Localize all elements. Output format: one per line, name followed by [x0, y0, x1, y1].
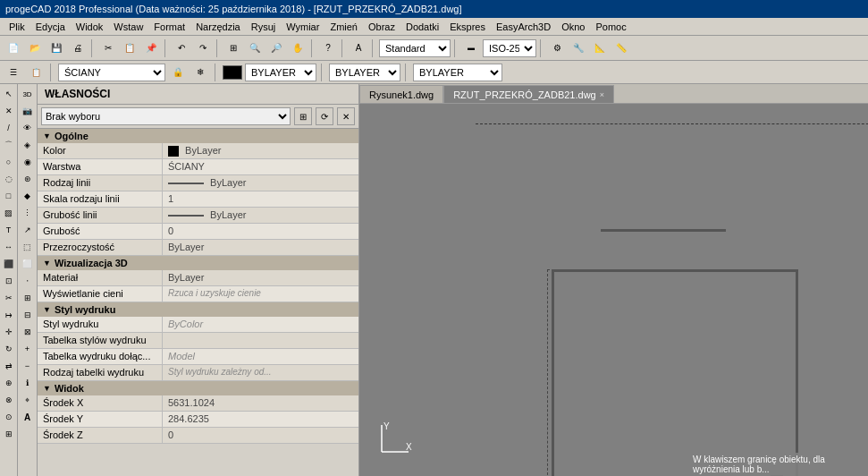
color-swatch[interactable]	[223, 65, 242, 80]
layer-state-btn[interactable]: 📋	[26, 63, 46, 82]
zoom-out-btn[interactable]: 🔎	[266, 38, 286, 58]
linetype-btn[interactable]: ▬	[461, 38, 481, 58]
new-file-btn[interactable]: 📄	[4, 38, 23, 58]
paste-btn[interactable]: 📌	[141, 38, 161, 58]
erase-btn[interactable]: ✕	[1, 103, 17, 119]
menu-widok[interactable]: Widok	[71, 20, 109, 34]
linetype-dropdown[interactable]: BYLAYER	[329, 64, 400, 81]
panel-icon-btn-3[interactable]: ✕	[337, 107, 355, 125]
fence-btn[interactable]: ⬝	[20, 273, 36, 289]
grip-btn[interactable]: ◆	[20, 188, 36, 204]
offset-btn[interactable]: ⊡	[1, 273, 17, 289]
prop-value-color[interactable]: ByLayer	[163, 143, 358, 158]
layer-freeze-btn[interactable]: ❄	[190, 63, 210, 82]
text-style-btn[interactable]: A	[349, 38, 368, 58]
prop-value-rodzaj-linii[interactable]: ByLayer	[163, 175, 358, 191]
menu-pomoc[interactable]: Pomoc	[590, 20, 631, 34]
pan-btn[interactable]: ✋	[288, 38, 308, 58]
rect-btn[interactable]: □	[1, 188, 17, 204]
cut-btn[interactable]: ✂	[98, 38, 118, 58]
undo-btn[interactable]: ↶	[172, 38, 191, 58]
redo-btn[interactable]: ↷	[193, 38, 213, 58]
menu-obraz[interactable]: Obraz	[363, 20, 400, 34]
line-btn[interactable]: /	[1, 120, 17, 136]
tab-rzut[interactable]: RZUT_PRZEKRÓ_ZADB21.dwg ×	[443, 85, 614, 103]
open-file-btn[interactable]: 📂	[25, 38, 45, 58]
sub-btn[interactable]: −	[20, 358, 36, 374]
extend-btn[interactable]: ↦	[1, 307, 17, 323]
hatch-btn[interactable]: ▨	[1, 205, 17, 221]
color-dropdown[interactable]: BYLAYER	[245, 64, 316, 81]
view-btn[interactable]: 👁	[20, 120, 36, 136]
misc-btn3[interactable]: 📐	[590, 38, 610, 58]
osnap-btn[interactable]: ⊛	[20, 171, 36, 187]
zoom-in-btn[interactable]: 🔍	[245, 38, 265, 58]
menu-narzedzia[interactable]: Narzędzia	[190, 20, 246, 34]
style-dropdown[interactable]: Standard	[379, 39, 451, 57]
prop-value-center-y[interactable]: 284.6235	[163, 412, 358, 427]
layer-vis-btn[interactable]: ◈	[20, 137, 36, 153]
misc-btn2[interactable]: 🔧	[569, 38, 588, 58]
prop-value-rodzaj-tabelki[interactable]: Styl wydruku zależny od...	[163, 365, 358, 380]
section-header-print[interactable]: ▼ Styl wydruku	[38, 302, 358, 317]
arc-btn[interactable]: ◌	[1, 171, 17, 187]
text-btn[interactable]: T	[1, 222, 17, 238]
filter-btn[interactable]: ⋮	[20, 205, 36, 221]
section-header-view[interactable]: ▼ Widok	[38, 381, 358, 395]
trim-btn[interactable]: ✂	[1, 290, 17, 306]
misc-btn4[interactable]: 📏	[611, 38, 631, 58]
prop-btn[interactable]: ℹ	[20, 375, 36, 391]
menu-zmien[interactable]: Zmień	[324, 20, 363, 34]
A-btn[interactable]: A	[20, 409, 36, 425]
snap-btn[interactable]: ⊙	[1, 409, 17, 425]
layer-lock-btn[interactable]: 🔒	[168, 63, 188, 82]
3d-btn[interactable]: 3D	[20, 86, 36, 102]
selection-dropdown[interactable]: Brak wyboru	[41, 107, 291, 125]
menu-rysuj[interactable]: Rysuj	[246, 20, 282, 34]
menu-okno[interactable]: Okno	[556, 20, 590, 34]
copy-btn[interactable]: 📋	[120, 38, 139, 58]
lineweight-dropdown[interactable]: BYLAYER	[413, 64, 502, 81]
menu-wstaw[interactable]: Wstaw	[108, 20, 148, 34]
last-btn[interactable]: ⊠	[20, 324, 36, 340]
panel-icon-btn-2[interactable]: ⟳	[316, 107, 333, 125]
select-btn[interactable]: ↖	[1, 86, 17, 102]
panel-icon-btn-1[interactable]: ⊞	[294, 107, 312, 125]
menu-format[interactable]: Format	[148, 20, 190, 34]
move-btn[interactable]: ✛	[1, 324, 17, 340]
window-btn[interactable]: ⬚	[20, 239, 36, 255]
section-header-general[interactable]: ▼ Ogólne	[38, 129, 358, 143]
menu-edycja[interactable]: Edycja	[30, 20, 71, 34]
camera-btn[interactable]: 📷	[20, 103, 36, 119]
crossing-btn[interactable]: ⬜	[20, 256, 36, 272]
all-btn[interactable]: ⊞	[20, 290, 36, 306]
misc-btn1[interactable]: ⚙	[547, 38, 567, 58]
iso-dropdown[interactable]: ISO-25	[483, 39, 536, 57]
snap2-btn[interactable]: ⊞	[1, 426, 17, 442]
quick-sel-btn[interactable]: ⌖	[20, 392, 36, 408]
mirror-btn[interactable]: ⇄	[1, 358, 17, 374]
prop-value-grubosc-linii[interactable]: ByLayer	[163, 208, 358, 223]
block-btn[interactable]: ⬛	[1, 256, 17, 272]
prop-value-center-x[interactable]: 5631.1024	[163, 395, 358, 411]
scale-btn[interactable]: ⊗	[1, 392, 17, 408]
canvas-area[interactable]: X Y W klawiszem granicę obiektu, dla wyr…	[359, 104, 868, 476]
layer-mgr-btn[interactable]: ☰	[4, 63, 23, 82]
add-btn[interactable]: +	[20, 341, 36, 357]
menu-plik[interactable]: Plik	[4, 20, 30, 34]
copy-obj-btn[interactable]: ⊕	[1, 375, 17, 391]
prop-value-styl-wydruku[interactable]: ByColor	[163, 317, 358, 332]
prop-value-warstwa[interactable]: ŚCIANY	[163, 159, 358, 174]
select2-btn[interactable]: ↗	[20, 222, 36, 238]
menu-easyarch3d[interactable]: EasyArch3D	[491, 20, 556, 34]
prev-btn[interactable]: ⊟	[20, 307, 36, 323]
obj-snap-btn[interactable]: ◉	[20, 154, 36, 170]
menu-dodatki[interactable]: Dodatki	[400, 20, 444, 34]
prop-value-przezroczystosc[interactable]: ByLayer	[163, 240, 358, 255]
section-header-viz3d[interactable]: ▼ Wizualizacja 3D	[38, 256, 358, 270]
prop-value-center-z[interactable]: 0	[163, 428, 358, 443]
save-btn[interactable]: 💾	[46, 38, 66, 58]
prop-value-tabelka-stylow[interactable]	[163, 333, 358, 348]
print-btn[interactable]: 🖨	[68, 38, 88, 58]
menu-ekspres[interactable]: Ekspres	[444, 20, 491, 34]
